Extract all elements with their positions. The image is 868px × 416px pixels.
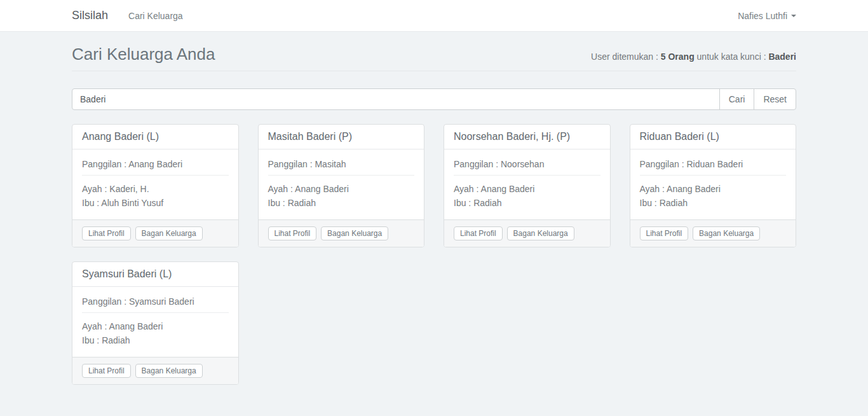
- divider: [82, 312, 229, 313]
- divider: [268, 175, 415, 176]
- person-card: Masitah Baderi (P) Panggilan : Masitah A…: [258, 124, 425, 247]
- view-profile-button[interactable]: Lihat Profil: [268, 226, 317, 240]
- divider: [454, 175, 600, 176]
- person-nickname: Panggilan : Riduan Baderi: [640, 159, 787, 169]
- search-bar: Cari Reset: [72, 88, 796, 110]
- result-summary-prefix: User ditemukan :: [591, 52, 658, 62]
- person-card-footer: Lihat Profil Bagan Keluarga: [72, 357, 238, 384]
- person-father: Ayah : Anang Baderi: [454, 182, 600, 196]
- person-card-body: Panggilan : Anang Baderi Ayah : Kaderi, …: [72, 149, 238, 219]
- person-name: Riduan Baderi (L): [640, 131, 787, 142]
- person-card-footer: Lihat Profil Bagan Keluarga: [259, 219, 424, 247]
- view-profile-button[interactable]: Lihat Profil: [82, 364, 131, 378]
- person-card: Noorsehan Baderi, Hj. (P) Panggilan : No…: [444, 124, 611, 247]
- result-count: 5 Orang: [661, 52, 695, 62]
- person-card-footer: Lihat Profil Bagan Keluarga: [630, 219, 796, 247]
- person-mother: Ibu : Radiah: [640, 196, 787, 210]
- family-chart-button[interactable]: Bagan Keluarga: [135, 226, 203, 240]
- person-card-body: Panggilan : Noorsehan Ayah : Anang Bader…: [444, 149, 610, 219]
- nav-item-cari-keluarga[interactable]: Cari Keluarga: [128, 11, 183, 21]
- person-father: Ayah : Anang Baderi: [640, 182, 787, 196]
- person-nickname: Panggilan : Syamsuri Baderi: [82, 296, 229, 307]
- person-mother: Ibu : Radiah: [268, 196, 415, 210]
- person-card-body: Panggilan : Riduan Baderi Ayah : Anang B…: [630, 149, 796, 219]
- person-card-body: Panggilan : Syamsuri Baderi Ayah : Anang…: [72, 287, 238, 357]
- search-input[interactable]: [72, 88, 720, 110]
- search-button[interactable]: Cari: [719, 88, 755, 110]
- user-name: Nafies Luthfi: [738, 11, 787, 21]
- chevron-down-icon: [791, 15, 796, 17]
- person-card-body: Panggilan : Masitah Ayah : Anang Baderi …: [259, 149, 424, 219]
- main-content: Cari Keluarga Anda User ditemukan : 5 Or…: [72, 32, 796, 385]
- user-menu-dropdown[interactable]: Nafies Luthfi: [738, 11, 796, 21]
- view-profile-button[interactable]: Lihat Profil: [82, 226, 131, 240]
- navbar: Silsilah Cari Keluarga Nafies Luthfi: [0, 0, 868, 32]
- person-mother: Ibu : Radiah: [82, 333, 229, 347]
- person-mother: Ibu : Radiah: [454, 196, 600, 210]
- brand-link[interactable]: Silsilah: [72, 9, 108, 22]
- reset-button[interactable]: Reset: [754, 88, 796, 110]
- person-nickname: Panggilan : Masitah: [268, 159, 415, 169]
- person-card: Syamsuri Baderi (L) Panggilan : Syamsuri…: [72, 261, 239, 385]
- person-nickname: Panggilan : Anang Baderi: [82, 159, 229, 169]
- person-card-header: Riduan Baderi (L): [630, 125, 796, 149]
- person-nickname: Panggilan : Noorsehan: [454, 159, 600, 169]
- divider: [82, 175, 229, 176]
- person-name: Syamsuri Baderi (L): [82, 268, 229, 280]
- person-name: Masitah Baderi (P): [268, 131, 415, 142]
- view-profile-button[interactable]: Lihat Profil: [454, 226, 503, 240]
- person-name: Anang Baderi (L): [82, 131, 229, 142]
- page-header: Cari Keluarga Anda User ditemukan : 5 Or…: [72, 45, 796, 71]
- person-card-header: Noorsehan Baderi, Hj. (P): [444, 125, 610, 149]
- view-profile-button[interactable]: Lihat Profil: [640, 226, 689, 240]
- family-chart-button[interactable]: Bagan Keluarga: [693, 226, 760, 240]
- family-chart-button[interactable]: Bagan Keluarga: [135, 364, 203, 378]
- divider: [640, 175, 787, 176]
- person-card-header: Anang Baderi (L): [72, 125, 238, 149]
- result-summary: User ditemukan : 5 Orang untuk kata kunc…: [591, 52, 796, 62]
- person-card: Riduan Baderi (L) Panggilan : Riduan Bad…: [630, 124, 797, 247]
- family-chart-button[interactable]: Bagan Keluarga: [507, 226, 574, 240]
- person-card-footer: Lihat Profil Bagan Keluarga: [444, 219, 610, 247]
- page-title: Cari Keluarga Anda: [72, 45, 215, 64]
- results-grid: Anang Baderi (L) Panggilan : Anang Bader…: [72, 124, 796, 385]
- result-summary-middle: untuk kata kunci :: [697, 52, 766, 62]
- person-name: Noorsehan Baderi, Hj. (P): [454, 131, 600, 142]
- person-card: Anang Baderi (L) Panggilan : Anang Bader…: [72, 124, 239, 247]
- person-card-header: Syamsuri Baderi (L): [72, 262, 238, 287]
- result-keyword: Baderi: [768, 52, 796, 62]
- person-father: Ayah : Anang Baderi: [82, 319, 229, 333]
- person-card-header: Masitah Baderi (P): [259, 125, 424, 149]
- family-chart-button[interactable]: Bagan Keluarga: [321, 226, 388, 240]
- person-father: Ayah : Kaderi, H.: [82, 182, 229, 196]
- person-father: Ayah : Anang Baderi: [268, 182, 415, 196]
- person-mother: Ibu : Aluh Binti Yusuf: [82, 196, 229, 210]
- person-card-footer: Lihat Profil Bagan Keluarga: [72, 219, 238, 247]
